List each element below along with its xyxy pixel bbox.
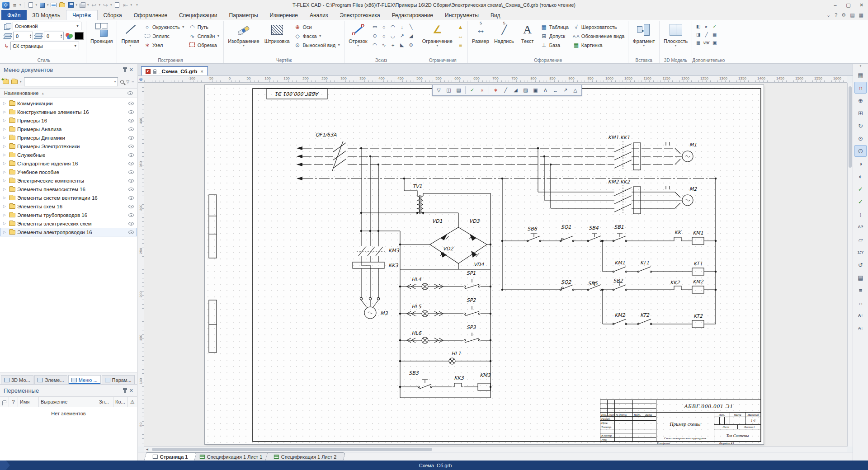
ribbon-tab-электротехника[interactable]: Электротехника	[334, 10, 386, 20]
tree-item[interactable]: ▷Примеры Электротехники	[0, 142, 137, 150]
visibility-eye-icon[interactable]	[128, 196, 134, 200]
variables-pin-icon[interactable]	[124, 389, 126, 393]
selector-reset-icon[interactable]: ×	[477, 86, 487, 94]
selector-filter-list-icon[interactable]: ▤	[454, 86, 463, 94]
open-folder-caret-icon[interactable]: ▾	[20, 80, 22, 84]
tree-item[interactable]: ▷Примеры Анализа	[0, 125, 137, 133]
font-decrease-button[interactable]: A↓	[854, 322, 867, 334]
visibility-eye-icon[interactable]	[128, 119, 134, 122]
new-document-caret-icon[interactable]: ▾	[36, 3, 38, 7]
sidebar-tab-парам[interactable]: Парам...	[102, 375, 135, 384]
filter-icon[interactable]: ▽	[126, 80, 129, 84]
sketch-center-icon[interactable]: ⊕	[407, 41, 415, 49]
ribbon-tab-редактирование[interactable]: Редактирование	[386, 10, 439, 20]
ribbon-tab-измерение[interactable]: Измерение	[264, 10, 304, 20]
image-button[interactable]: Изображение▼	[226, 21, 261, 56]
measure-icon[interactable]: ╱	[703, 31, 710, 38]
style-combo[interactable]: Основной▼	[13, 22, 81, 30]
undo-icon[interactable]: ↩	[90, 1, 98, 9]
sketch-circle-icon[interactable]: ⊙	[371, 32, 379, 40]
tab-close-icon[interactable]: ×	[200, 69, 203, 74]
projection-button[interactable]: Проекция	[89, 21, 114, 56]
open-folder-icon[interactable]	[11, 80, 18, 84]
visibility-edit-button[interactable]: ◑	[854, 158, 867, 169]
macro-icon[interactable]	[113, 1, 121, 9]
sketch-line-icon[interactable]: ╲	[407, 23, 415, 31]
visibility-menu-button[interactable]: ◐	[854, 170, 867, 182]
main-menu-icon[interactable]: ≡	[11, 1, 18, 9]
zoom-sheet-button[interactable]: ⊕	[854, 94, 867, 106]
expand-icon[interactable]: ▷	[3, 187, 7, 191]
tree-item[interactable]: ▷Стандартные изделия 16	[0, 159, 137, 168]
sketch-corner-icon[interactable]: ◢	[407, 32, 415, 40]
zoom-dynamic-button[interactable]: ↻	[854, 120, 867, 132]
select-frame-button[interactable]: ▦	[854, 69, 867, 81]
ribbon-tab-файл[interactable]: Файл	[1, 10, 27, 20]
expand-icon[interactable]: ▷	[3, 136, 7, 140]
fragment-tool-icon[interactable]: ▣	[531, 86, 540, 94]
tree-column-header[interactable]: Наименование▲	[0, 88, 137, 98]
table-button[interactable]: ▦Таблица	[539, 23, 570, 31]
layout-icon[interactable]: ▦	[859, 12, 863, 18]
path-button[interactable]: ◠Путь	[188, 23, 222, 31]
visibility-eye-icon[interactable]	[128, 110, 134, 114]
callout-button[interactable]: ╱ Надпись	[492, 21, 516, 56]
comment-column[interactable]: Ко...	[113, 397, 128, 407]
expand-icon[interactable]: ▷	[3, 144, 7, 148]
document-tab[interactable]: _Схема_Сб.grb ×	[141, 66, 208, 75]
status-arrow-icon[interactable]	[0, 461, 10, 470]
text-button[interactable]: A Текст	[517, 21, 538, 56]
ribbon-tab-сборка[interactable]: Сборка	[98, 10, 128, 20]
ribbon-tab-анализ[interactable]: Анализ	[304, 10, 334, 20]
sketch-fillet-icon[interactable]: ◣	[398, 41, 406, 49]
expand-icon[interactable]: ▷	[3, 179, 7, 183]
page-scale-button[interactable]: 1:?	[854, 246, 867, 258]
warning-column-icon[interactable]: ⚠	[128, 397, 137, 407]
fragment-button[interactable]: ▸ Фрагмент▼	[631, 21, 656, 56]
expand-icon[interactable]: ▷	[3, 213, 7, 217]
sidebar-tab-элеме[interactable]: Элеме...	[34, 375, 67, 384]
circle-button[interactable]: ○Окружность▼	[142, 23, 186, 31]
save-document-icon[interactable]	[67, 1, 75, 9]
pages-copy-button[interactable]: ▤	[854, 272, 867, 283]
tree-item[interactable]: ▷Примеры Динамики	[0, 133, 137, 142]
ribbon-tab-вид[interactable]: Вид	[485, 10, 506, 20]
expand-icon[interactable]: ▷	[3, 230, 7, 234]
sketch-polyline-icon[interactable]: ↗	[398, 32, 406, 40]
zoom-previous-button[interactable]: ⊙	[854, 132, 867, 144]
tree-item[interactable]: ▷Примеры 16	[0, 116, 137, 125]
window-copy-icon[interactable]: ▣	[711, 39, 718, 47]
selector-filter-icon[interactable]: ▽	[434, 86, 443, 94]
drawing-viewport[interactable]: QF1/63ATV1VD1VD3VD2VD4KM3KK3M3HL4SP1HL5S…	[144, 83, 847, 446]
chamfer-button[interactable]: ◇Фаска▼	[293, 32, 342, 40]
maximize-button[interactable]: ▢	[842, 0, 855, 10]
dimension-tool-icon[interactable]: ↔	[551, 86, 560, 94]
level-spinner[interactable]: 0▲▼	[13, 32, 33, 40]
variables-icon[interactable]: var	[703, 39, 710, 47]
sketch-ellipse-icon[interactable]: ○	[380, 32, 388, 40]
selector-filter-window-icon[interactable]: ◫	[444, 86, 453, 94]
line-construction-button[interactable]: Прямая▼	[119, 21, 141, 56]
fit-vertical-button[interactable]: ↕	[854, 208, 867, 220]
sketch-arc-3pt-icon[interactable]: ◡	[389, 32, 397, 40]
row-spacing-button[interactable]: ≡	[854, 284, 867, 296]
tree-item[interactable]: ▷Учебное пособие	[0, 168, 137, 176]
constraint-list-icon[interactable]: ≡	[456, 41, 465, 49]
ribbon-tab-инструменты[interactable]: Инструменты	[439, 10, 485, 20]
page-turn-button[interactable]: ↺	[854, 259, 867, 271]
panels-icon[interactable]: ▤	[850, 12, 854, 18]
tree-item[interactable]: ▷Элементы трубопроводов 16	[0, 211, 137, 219]
tree-item[interactable]: ▷Элементы пневмосистем 16	[0, 185, 137, 193]
close-button[interactable]: ✕	[855, 0, 868, 10]
hatch-tool-icon[interactable]: ▨	[521, 86, 530, 94]
sketch-polygon-icon[interactable]: ○	[380, 23, 388, 31]
tree-item[interactable]: ▷Элементы электрических схем	[0, 219, 137, 228]
ribbon-tab-оформление[interactable]: Оформление	[128, 10, 173, 20]
array-icon[interactable]: ▦	[694, 39, 702, 47]
find-text-button[interactable]: A?	[854, 221, 867, 233]
redo-caret-icon[interactable]: ▾	[110, 3, 112, 7]
qat-overflow-icon[interactable]: ▾	[133, 1, 141, 9]
external-column[interactable]: ?	[9, 397, 18, 407]
page-tab-spec[interactable]: Спецификация 1 Лист 2	[265, 452, 346, 461]
sketch-shapes-tool-icon[interactable]: △	[571, 86, 580, 94]
